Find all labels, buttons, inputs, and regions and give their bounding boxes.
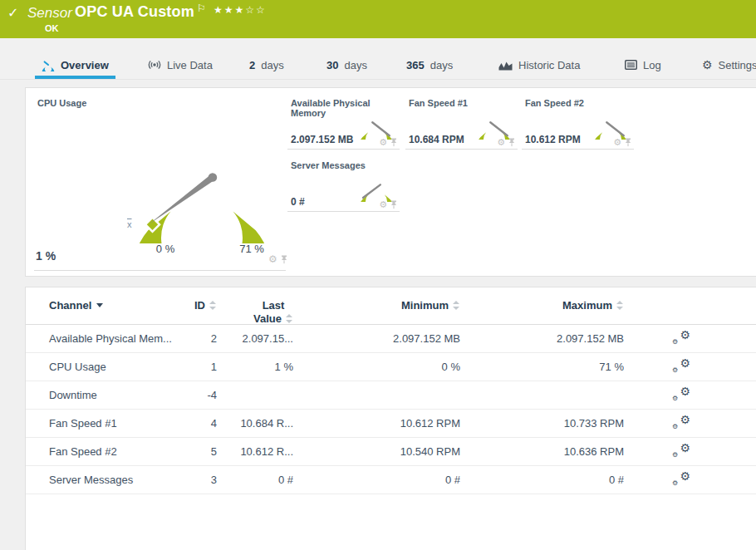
table-row[interactable]: Downtime -4 ⚙⚙ — [26, 381, 756, 410]
channel-name[interactable]: Downtime — [26, 389, 199, 401]
gauge-last-value: 0 # — [291, 196, 305, 208]
pin-icon[interactable] — [390, 138, 398, 147]
pin-icon[interactable] — [390, 200, 398, 209]
sensor-type-label: Sensor — [27, 5, 72, 22]
pin-icon[interactable] — [624, 138, 632, 147]
table-row[interactable]: Fan Speed #2 5 10.612 R... 10.540 RPM 10… — [26, 438, 756, 466]
gear-icon[interactable]: ⚙ — [613, 138, 621, 147]
live-signal-icon — [148, 58, 161, 71]
tab-settings[interactable]: ⚙ Settings — [695, 51, 756, 79]
gauge-last-value: 10.612 RPM — [525, 134, 581, 145]
column-header-maximum[interactable]: Maximum — [460, 299, 624, 324]
channel-settings-icon[interactable]: ⚙⚙ — [672, 415, 690, 430]
gauge-tile-server-messages[interactable]: Server Messages 0 # ⚙ — [287, 159, 400, 212]
gauge-scale-min: 0 % — [140, 243, 190, 255]
gear-icon[interactable]: ⚙ — [379, 138, 387, 147]
gauge-needle — [606, 122, 623, 135]
tab-number: 365 — [406, 59, 425, 71]
gauge-tile-fan2[interactable]: Fan Speed #2 10.612 RPM ⚙ — [522, 96, 634, 150]
channel-settings-icon[interactable]: ⚙⚙ — [672, 472, 690, 486]
gauge-icon — [42, 58, 55, 71]
column-header-last-value[interactable]: Last Value — [217, 299, 293, 324]
gear-icon[interactable]: ⚙ — [268, 254, 277, 264]
table-header-row: Channel ID Last Value Minimum Maximum — [26, 287, 756, 325]
channel-name[interactable]: Fan Speed #1 — [26, 417, 199, 430]
sort-icon — [286, 314, 293, 323]
table-row[interactable]: Server Messages 3 0 # 0 # 0 # ⚙⚙ — [26, 466, 756, 494]
channel-last-value: 2.097.15... — [217, 332, 293, 345]
column-header-settings — [624, 299, 749, 324]
flag-icon[interactable]: ⚐ — [197, 2, 206, 14]
channel-maximum: 2.097.152 MB — [460, 332, 624, 345]
sort-icon — [453, 301, 460, 310]
tile-actions: ⚙ — [268, 254, 288, 264]
gear-icon[interactable]: ⚙ — [379, 200, 387, 209]
tab-live-data[interactable]: Live Data — [141, 51, 219, 79]
channel-settings-icon[interactable]: ⚙⚙ — [672, 387, 690, 401]
table-row[interactable]: CPU Usage 1 1 % 0 % 71 % ⚙⚙ — [26, 353, 756, 381]
gauge-tile-memory[interactable]: Available Physical Memory 2.097.152 MB ⚙ — [287, 96, 400, 150]
tab-bar: Overview Live Data 2 days 30 days 365 da… — [0, 38, 756, 80]
gauge-tile-fan1[interactable]: Fan Speed #1 10.684 RPM ⚙ — [405, 96, 518, 150]
tab-label: Overview — [61, 59, 109, 71]
gauge-needle — [372, 122, 389, 135]
pin-icon[interactable] — [280, 255, 288, 264]
tab-historic-data[interactable]: Historic Data — [492, 51, 587, 79]
channel-id: 5 — [199, 445, 217, 458]
column-header-id[interactable]: ID — [167, 299, 217, 324]
table-row[interactable]: Available Physical Mem... 2 2.097.15... … — [26, 325, 756, 353]
pin-icon[interactable] — [508, 138, 516, 147]
gauge-title: Fan Speed #2 — [525, 98, 584, 108]
channel-maximum: 10.733 RPM — [460, 417, 624, 430]
ok-check-icon: ✓ — [7, 5, 18, 21]
cpu-gauge — [125, 109, 278, 243]
channel-last-value: 10.612 R... — [217, 445, 293, 458]
tab-label: days — [344, 59, 366, 71]
gear-icon[interactable]: ⚙ — [497, 138, 505, 147]
log-list-icon — [625, 60, 637, 70]
channel-maximum: 0 # — [460, 474, 624, 486]
gauge-needle — [490, 122, 507, 135]
tab-30-days[interactable]: 30 days — [320, 51, 374, 79]
average-marker: x — [127, 219, 132, 229]
fan2-gauge — [592, 106, 630, 140]
channel-name[interactable]: Server Messages — [26, 474, 199, 486]
channel-settings-icon[interactable]: ⚙⚙ — [672, 444, 690, 458]
column-header-minimum[interactable]: Minimum — [293, 299, 460, 324]
channel-maximum: 71 % — [460, 361, 624, 373]
channel-minimum: 0 # — [293, 474, 460, 486]
tile-actions: ⚙ — [613, 138, 632, 147]
gauge-last-value: 1 % — [36, 249, 56, 263]
memory-gauge — [357, 106, 395, 140]
tab-label: days — [430, 59, 453, 71]
tab-label: Settings — [719, 59, 756, 71]
channel-name[interactable]: Available Physical Mem... — [26, 332, 199, 345]
tile-actions: ⚙ — [379, 200, 398, 209]
active-tab-underline — [35, 76, 115, 79]
gauge-needle — [149, 174, 214, 224]
tab-2-days[interactable]: 2 days — [243, 51, 291, 79]
overview-panel: CPU Usage x 0 % 71 % 1 % ⚙ Avail — [25, 87, 756, 277]
tab-365-days[interactable]: 365 days — [400, 51, 459, 79]
gauge-needle — [363, 184, 380, 198]
tab-label: Log — [643, 59, 661, 71]
sort-icon — [209, 301, 217, 310]
status-badge: OK — [45, 23, 59, 33]
channel-id: -4 — [199, 389, 217, 401]
channel-name[interactable]: CPU Usage — [26, 361, 199, 373]
priority-stars[interactable]: ★★★☆☆ — [214, 4, 267, 16]
sort-icon — [616, 301, 624, 310]
tile-actions: ⚙ — [379, 138, 398, 147]
table-row[interactable]: Fan Speed #1 4 10.684 R... 10.612 RPM 10… — [26, 410, 756, 438]
gauge-title: Fan Speed #1 — [409, 98, 468, 108]
channel-id: 2 — [199, 332, 217, 345]
area-chart-icon — [498, 60, 513, 71]
channel-settings-icon[interactable]: ⚙⚙ — [672, 331, 690, 345]
sensor-status-bar: ✓ Sensor OPC UA Custom ⚐ ★★★☆☆ OK — [0, 0, 756, 38]
tab-overview[interactable]: Overview — [35, 51, 115, 79]
tile-actions: ⚙ — [497, 138, 516, 147]
channel-name[interactable]: Fan Speed #2 — [26, 445, 199, 458]
gauge-tile-cpu-usage[interactable]: CPU Usage x 0 % 71 % 1 % ⚙ — [34, 88, 286, 271]
channel-settings-icon[interactable]: ⚙⚙ — [672, 359, 690, 373]
tab-log[interactable]: Log — [618, 51, 668, 79]
